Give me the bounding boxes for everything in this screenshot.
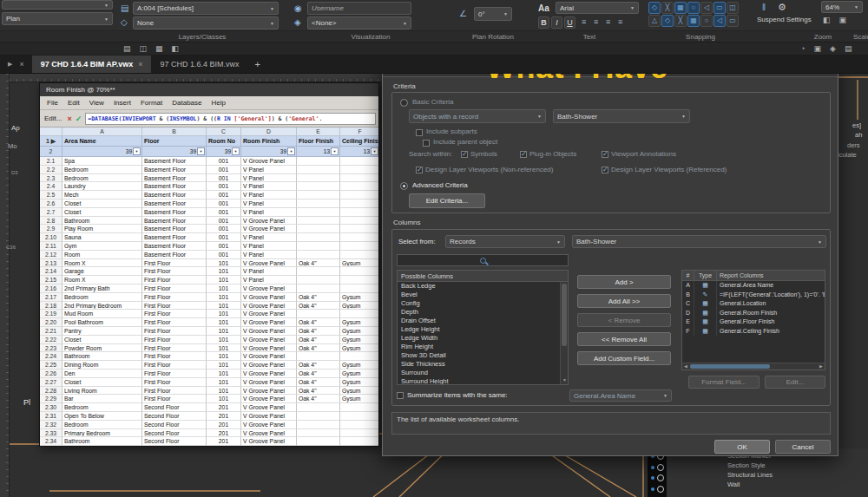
cell[interactable]: Bedroom bbox=[62, 174, 142, 183]
cell[interactable]: V Panel bbox=[241, 199, 297, 208]
snap-button[interactable]: ○ bbox=[700, 15, 713, 27]
cell[interactable]: Bedroom bbox=[62, 421, 142, 429]
cell[interactable]: V Panel bbox=[241, 233, 297, 242]
cell[interactable]: 2.12 bbox=[40, 251, 62, 259]
column-search-field[interactable] bbox=[397, 254, 569, 266]
cell[interactable]: Den bbox=[62, 369, 142, 378]
cell[interactable]: 2.27 bbox=[40, 378, 62, 387]
cell[interactable]: V Groove Panel bbox=[241, 217, 297, 226]
cell[interactable]: First Floor bbox=[142, 361, 207, 369]
cell[interactable]: Gysum bbox=[340, 361, 378, 369]
cell[interactable]: 201 bbox=[207, 403, 241, 412]
toolbar-icon[interactable]: ▣ bbox=[813, 44, 821, 53]
snap-button[interactable]: ◇ bbox=[661, 15, 674, 27]
cell[interactable]: Sauna bbox=[62, 233, 142, 242]
include-parent-checkbox[interactable] bbox=[423, 140, 430, 147]
cell[interactable]: 101 bbox=[207, 267, 241, 276]
toolbar-icon[interactable]: ▦ bbox=[155, 44, 163, 53]
cell[interactable]: Room X bbox=[62, 259, 142, 268]
cell[interactable] bbox=[340, 242, 378, 251]
cell[interactable] bbox=[297, 403, 340, 412]
cell[interactable] bbox=[340, 310, 378, 318]
snap-button[interactable]: ▦ bbox=[674, 2, 687, 14]
cell[interactable]: 201 bbox=[207, 429, 241, 438]
cell[interactable]: 201 bbox=[207, 412, 241, 421]
column-letter[interactable]: C bbox=[207, 128, 241, 136]
cell[interactable]: Spa bbox=[62, 157, 142, 166]
cell[interactable]: 001 bbox=[207, 217, 241, 226]
cell[interactable]: Oak 4" bbox=[297, 336, 340, 344]
cell[interactable]: 2.9 bbox=[40, 225, 62, 233]
cell[interactable]: V Groove Panel bbox=[241, 157, 297, 166]
cell[interactable]: Gysum bbox=[340, 318, 378, 327]
cell[interactable]: Basement Floor bbox=[142, 182, 207, 191]
cell[interactable]: 001 bbox=[207, 174, 241, 183]
column-header[interactable]: Floor Finish bbox=[297, 136, 340, 147]
plan-dropdown[interactable]: Plan▼ bbox=[2, 12, 113, 25]
row-number[interactable]: 2 bbox=[40, 147, 62, 157]
filter-cell[interactable]: 13▼ bbox=[297, 147, 340, 157]
toolbar-icon[interactable]: ▤ bbox=[845, 44, 852, 53]
cell[interactable]: Laundry bbox=[62, 182, 142, 191]
align-left-icon[interactable]: ≡ bbox=[582, 17, 586, 26]
toolbar-icon[interactable]: ◔ bbox=[800, 44, 805, 53]
cell[interactable]: 2.4 bbox=[40, 182, 62, 191]
cell[interactable]: 101 bbox=[207, 327, 241, 336]
cell[interactable] bbox=[297, 217, 340, 226]
cell[interactable] bbox=[340, 352, 378, 361]
cell[interactable]: Room X bbox=[62, 276, 142, 284]
cell[interactable]: Gysum bbox=[340, 302, 378, 311]
column-letter[interactable]: A bbox=[62, 128, 142, 136]
cell[interactable]: V Groove Panel bbox=[241, 284, 297, 293]
column-letter[interactable]: B bbox=[142, 128, 207, 136]
cell[interactable]: Oak 4" bbox=[297, 369, 340, 378]
cell[interactable]: V Groove Panel bbox=[241, 361, 297, 369]
corner-cell[interactable] bbox=[40, 128, 62, 136]
scrollbar-thumb[interactable] bbox=[562, 284, 567, 346]
list-item[interactable]: Ledge Width bbox=[398, 334, 568, 343]
cell[interactable]: 001 bbox=[207, 191, 241, 199]
accept-entry-icon[interactable]: ✓ bbox=[76, 114, 82, 123]
cell[interactable]: First Floor bbox=[142, 259, 207, 268]
snap-button[interactable]: ◁ bbox=[713, 15, 726, 27]
cell[interactable] bbox=[340, 217, 378, 226]
list-item[interactable]: Structural Lines bbox=[667, 470, 868, 480]
cell[interactable]: Basement Floor bbox=[142, 166, 207, 174]
cell[interactable]: 2.21 bbox=[40, 327, 62, 336]
cell[interactable]: V Panel bbox=[241, 174, 297, 183]
align-justify-icon[interactable]: ≡ bbox=[618, 17, 622, 26]
column-letter[interactable]: E bbox=[297, 128, 340, 136]
cell[interactable]: Basement Floor bbox=[142, 174, 207, 183]
cell[interactable]: 2.26 bbox=[40, 369, 62, 378]
edit-cell-button[interactable]: Edit... bbox=[43, 114, 63, 122]
cell[interactable]: Bathroom bbox=[62, 437, 142, 446]
cell[interactable]: Gysum bbox=[340, 344, 378, 353]
filter-cell[interactable]: 39▼ bbox=[207, 147, 241, 157]
list-item[interactable]: Rim Height bbox=[398, 343, 568, 351]
cell[interactable]: V Panel bbox=[241, 182, 297, 191]
cell[interactable]: 101 bbox=[207, 284, 241, 293]
cell[interactable]: V Panel bbox=[241, 251, 297, 259]
cell[interactable]: First Floor bbox=[142, 310, 207, 318]
cell[interactable]: 001 bbox=[207, 199, 241, 208]
cell[interactable]: 2.29 bbox=[40, 395, 62, 403]
cell[interactable]: V Groove Panel bbox=[241, 352, 297, 361]
record-knob[interactable] bbox=[651, 464, 664, 471]
cell[interactable]: Closet bbox=[62, 336, 142, 344]
cell[interactable]: 2.30 bbox=[40, 403, 62, 412]
column-header[interactable]: Area Name bbox=[62, 136, 142, 147]
cell[interactable]: Basement Floor bbox=[142, 225, 207, 233]
scroll-down-icon[interactable]: ▼ bbox=[561, 376, 569, 384]
cell[interactable]: 101 bbox=[207, 293, 241, 302]
cell[interactable]: 2.31 bbox=[40, 412, 62, 421]
filter-cell[interactable]: 39▼ bbox=[142, 147, 207, 157]
cell[interactable]: Basement Floor bbox=[142, 191, 207, 199]
cell[interactable] bbox=[340, 267, 378, 276]
cell[interactable]: 2nd Primary Bath bbox=[62, 284, 142, 293]
cell[interactable]: Pool Bathroom bbox=[62, 318, 142, 327]
cell[interactable]: 2.28 bbox=[40, 387, 62, 396]
cell[interactable]: 2.25 bbox=[40, 361, 62, 369]
report-column-row[interactable]: C▦General.Location bbox=[682, 299, 825, 309]
cell[interactable]: V Panel bbox=[241, 191, 297, 199]
cell[interactable]: Bathroom bbox=[62, 352, 142, 361]
